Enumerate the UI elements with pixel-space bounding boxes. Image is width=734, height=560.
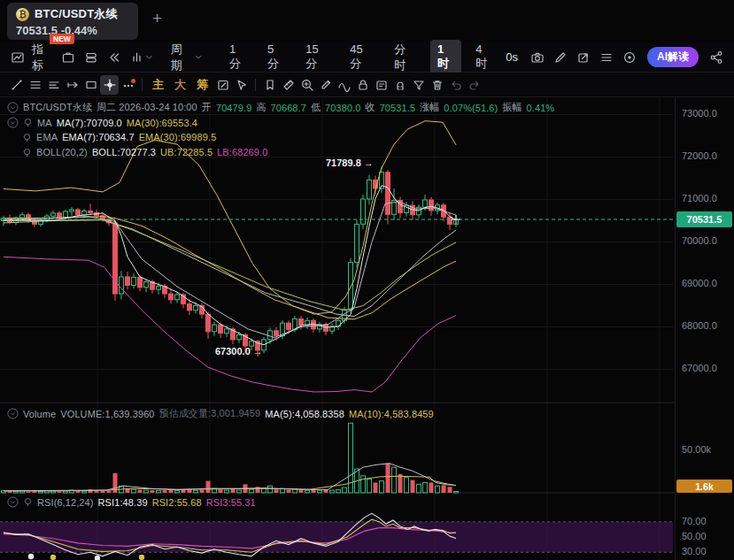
axis-label: 69000.0 bbox=[682, 278, 717, 288]
timeframe-45m[interactable]: 45分 bbox=[343, 40, 380, 74]
chip-distribution-toggle[interactable]: 筹 bbox=[191, 77, 213, 93]
edit-icon[interactable] bbox=[550, 48, 571, 67]
main-chart-toggle[interactable]: 主 bbox=[147, 77, 169, 93]
legend-low: 70380.0 bbox=[325, 103, 360, 113]
axis-label: 67000.0 bbox=[682, 363, 717, 373]
cursor-tool-icon[interactable] bbox=[232, 75, 251, 95]
brush-dots-tool-icon[interactable] bbox=[119, 75, 137, 95]
legend-symbol: BTC/USDT永续 bbox=[23, 101, 92, 114]
low-price-annotation: 67300.0 → bbox=[215, 346, 263, 357]
list-settings-icon[interactable] bbox=[596, 48, 617, 67]
main-toolbar: 指标 NEW 周期 1分 5分 15分 45分 分时 1时 4时 0s AI解读 bbox=[0, 42, 734, 73]
undo-icon[interactable] bbox=[446, 75, 465, 95]
template-icon[interactable] bbox=[58, 48, 79, 67]
volume-estimate: 预估成交量:3,001.9459 bbox=[159, 407, 261, 420]
axis-label: 70000.0 bbox=[682, 235, 717, 246]
ema-legend: EMA EMA(7):70634.7 EMA(30):69989.5 bbox=[22, 132, 216, 142]
crosshair-tool-icon[interactable] bbox=[100, 75, 119, 95]
share-icon[interactable] bbox=[706, 48, 727, 67]
ruler-tool-icon[interactable] bbox=[279, 75, 297, 95]
ema30-value: EMA(30):69989.5 bbox=[139, 132, 217, 142]
volume-display-icon[interactable] bbox=[127, 48, 157, 67]
timeframe-5m[interactable]: 5分 bbox=[260, 40, 291, 74]
rsi-axis-label: 50.00 bbox=[682, 531, 707, 541]
parallel-lines-tool-icon[interactable] bbox=[44, 75, 63, 95]
indicator-label: 指标 bbox=[32, 42, 54, 73]
timeframe-1h[interactable]: 1时 bbox=[430, 40, 461, 74]
chart-preview-icon[interactable] bbox=[7, 48, 28, 67]
ema7-value: EMA(7):70634.7 bbox=[62, 132, 135, 142]
horizontal-lines-tool-icon[interactable] bbox=[26, 75, 44, 95]
volume-value: VOLUME:1,639.3960 bbox=[60, 409, 154, 419]
period-label: 周期 bbox=[171, 42, 193, 73]
rsi-axis-label: 70.00 bbox=[682, 516, 707, 526]
bookmark-tool-icon[interactable] bbox=[260, 75, 279, 95]
trend-line-tool-icon[interactable] bbox=[7, 75, 26, 95]
edit-square-icon[interactable] bbox=[213, 75, 232, 95]
timeframe-15m[interactable]: 15分 bbox=[298, 40, 336, 74]
axis-label: 72000.0 bbox=[682, 150, 717, 161]
new-badge: NEW bbox=[50, 34, 74, 44]
legend-time: 周二 2026-03-24 10:00 bbox=[97, 101, 197, 114]
timeframe-4h[interactable]: 4时 bbox=[468, 40, 499, 74]
rsi2-value: RSI2:55.68 bbox=[152, 497, 202, 508]
header: ₿ BTC/USDT永续 70531.5 -0.44% + bbox=[0, 0, 734, 42]
btc-coin-icon: ₿ bbox=[16, 8, 29, 21]
axis-label: 71000.0 bbox=[682, 193, 717, 203]
period-menu[interactable]: 周期 bbox=[171, 42, 203, 73]
ma-toggle-icon[interactable] bbox=[23, 118, 33, 127]
volume-legend: Volume VOLUME:1,639.3960 预估成交量:3,001.945… bbox=[7, 407, 434, 420]
rewind-icon[interactable] bbox=[104, 48, 125, 67]
boll-legend: BOLL(20,2) BOLL:70277.3 UB:72285.5 LB:68… bbox=[22, 147, 267, 157]
ohlc-legend: BTC/USDT永续 周二 2026-03-24 10:00 开70479.9 … bbox=[7, 101, 554, 114]
rsi-axis-label: 30.00 bbox=[682, 546, 707, 556]
axis-label: 68000.0 bbox=[682, 320, 717, 331]
legend-high: 70668.7 bbox=[271, 103, 306, 113]
note-tool-icon[interactable] bbox=[372, 75, 390, 95]
rsi3-value: RSI3:55.31 bbox=[206, 497, 256, 508]
timeframe-line[interactable]: 分时 bbox=[387, 39, 423, 76]
magnet-tool-icon[interactable] bbox=[390, 75, 409, 95]
settings-target-icon[interactable] bbox=[619, 48, 640, 67]
legend-change: 0.07%(51.6) bbox=[444, 103, 498, 113]
trading-app: { "tab": {"symbol":"BTC/USDT永续","price":… bbox=[0, 0, 734, 560]
high-price-annotation: 71789.8 → bbox=[326, 157, 374, 168]
ma-legend: MA MA(7):70709.0 MA(30):69553.4 bbox=[7, 117, 197, 128]
rsi1-value: RSI1:48.39 bbox=[98, 497, 148, 508]
rsi-toggle-icon[interactable] bbox=[23, 497, 33, 507]
add-tab-button[interactable]: + bbox=[152, 10, 162, 27]
current-volume-badge: 1.6k bbox=[676, 479, 732, 493]
pattern-tool-icon[interactable] bbox=[335, 75, 353, 95]
lock-tool-icon[interactable] bbox=[353, 75, 372, 95]
legend-amplitude: 0.41% bbox=[527, 103, 555, 113]
rectangle-tool-icon[interactable] bbox=[81, 75, 100, 95]
ma30-value: MA(30):69553.4 bbox=[127, 118, 197, 128]
redo-icon[interactable] bbox=[465, 75, 483, 95]
filter-tool-icon[interactable] bbox=[409, 75, 428, 95]
ema-toggle-icon[interactable] bbox=[22, 133, 32, 142]
zoom-in-tool-icon[interactable] bbox=[297, 75, 316, 95]
price-axis[interactable]: 73000.0 72000.0 71000.0 70000.0 69000.0 … bbox=[675, 97, 734, 560]
timeframe-1m[interactable]: 1分 bbox=[222, 40, 253, 74]
volume-ma10: MA(10):4,583.8459 bbox=[349, 409, 434, 419]
ai-analysis-button[interactable]: AI解读 bbox=[647, 47, 699, 67]
notification-dot bbox=[131, 79, 135, 83]
boll-ub-value: UB:72285.5 bbox=[160, 147, 212, 157]
legend-close: 70531.5 bbox=[380, 103, 415, 113]
drawing-toolbar: 主 大 筹 bbox=[0, 73, 734, 97]
trash-tool-icon[interactable] bbox=[428, 75, 446, 95]
ma7-value: MA(7):70709.0 bbox=[57, 118, 122, 128]
boll-mid-value: BOLL:70277.3 bbox=[92, 147, 156, 157]
pencil-tool-icon[interactable] bbox=[316, 75, 335, 95]
camera-icon[interactable] bbox=[527, 48, 548, 67]
popout-icon[interactable] bbox=[573, 48, 594, 67]
big-chart-toggle[interactable]: 大 bbox=[169, 77, 191, 93]
indicator-menu[interactable]: 指标 NEW bbox=[32, 42, 54, 73]
current-price-badge: 70531.5 bbox=[676, 211, 732, 227]
records-icon[interactable] bbox=[81, 48, 102, 67]
boll-toggle-icon[interactable] bbox=[22, 148, 32, 157]
volume-axis-label: 50.00k bbox=[682, 444, 711, 455]
rsi-legend: RSI(6,12,24) RSI1:48.39 RSI2:55.68 RSI3:… bbox=[7, 496, 256, 508]
ray-tool-icon[interactable] bbox=[63, 75, 81, 95]
chart-region[interactable]: BTC/USDT永续 周二 2026-03-24 10:00 开70479.9 … bbox=[0, 97, 734, 560]
